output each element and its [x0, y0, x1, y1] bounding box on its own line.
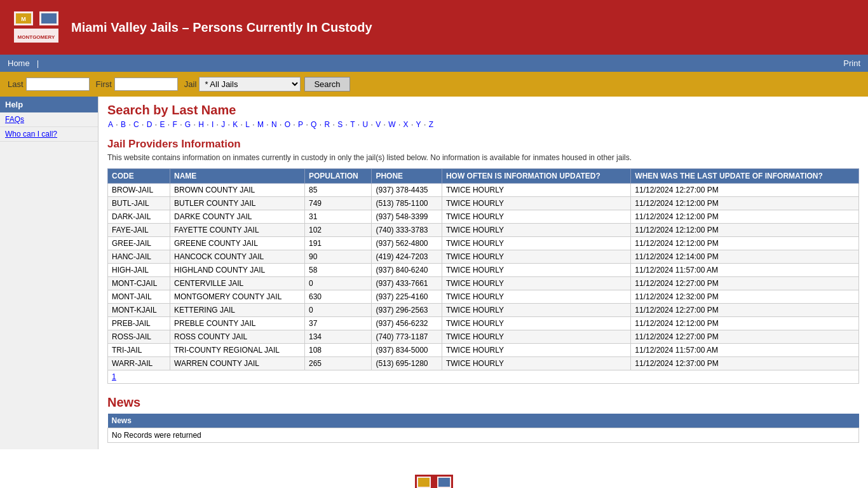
sidebar-links: FAQs Who can I call?: [0, 112, 98, 142]
alpha-link-R[interactable]: R: [324, 120, 330, 129]
alpha-link-K[interactable]: K: [233, 120, 238, 129]
alpha-link-J[interactable]: J: [221, 120, 225, 129]
alpha-links: A · B · C · D · E · F · G · H · I · J · …: [107, 120, 859, 129]
news-title: News: [107, 395, 859, 410]
search-bar: Last First Jail * All JailsBROW-JAILBUTL…: [0, 72, 868, 97]
alpha-link-P[interactable]: P: [298, 120, 303, 129]
first-name-input[interactable]: [114, 78, 178, 91]
col-header: WHEN WAS THE LAST UPDATE OF INFORMATION?: [631, 169, 859, 184]
alpha-link-W[interactable]: W: [388, 120, 395, 129]
alpha-link-Q[interactable]: Q: [311, 120, 316, 129]
jail-select[interactable]: * All JailsBROW-JAILBUTL-JAILDARK-JAILFA…: [199, 77, 301, 92]
page-title: Miami Valley Jails – Persons Currently I…: [71, 20, 372, 35]
col-header: POPULATION: [304, 169, 372, 184]
alpha-link-S[interactable]: S: [337, 120, 342, 129]
jail-label: Jail: [184, 79, 197, 89]
alpha-link-C[interactable]: C: [133, 120, 139, 129]
last-label: Last: [8, 79, 24, 89]
table-row: GREE-JAILGREENE COUNTY JAIL191(937) 562-…: [108, 237, 859, 250]
table-row: MONT-CJAILCENTERVILLE JAIL0(937) 433-766…: [108, 277, 859, 290]
sidebar-faqs-link[interactable]: FAQs: [0, 112, 98, 127]
alpha-link-A[interactable]: A: [108, 120, 113, 129]
svg-rect-6: [41, 13, 57, 24]
jail-providers-info: This website contains information on inm…: [107, 153, 859, 162]
search-section-title: Search by Last Name: [107, 103, 859, 118]
alpha-link-E[interactable]: E: [159, 120, 165, 129]
table-row: WARR-JAILWARREN COUNTY JAIL265(513) 695-…: [108, 357, 859, 370]
alpha-link-T[interactable]: T: [350, 120, 355, 129]
site-logo: MONTGOMERY M: [8, 5, 65, 50]
alpha-link-U[interactable]: U: [363, 120, 369, 129]
news-empty-message: No Records were returned: [108, 428, 859, 443]
alpha-link-F[interactable]: F: [172, 120, 177, 129]
sidebar-help-header: Help: [0, 97, 98, 112]
svg-rect-13: [418, 478, 430, 487]
alpha-link-G[interactable]: G: [185, 120, 191, 129]
alpha-link-N[interactable]: N: [271, 120, 277, 129]
alpha-link-M[interactable]: M: [257, 120, 264, 129]
jail-providers-table: CODENAMEPOPULATIONPHONEHOW OFTEN IS INFO…: [107, 168, 859, 384]
sidebar: Help FAQs Who can I call?: [0, 97, 98, 449]
alpha-link-X[interactable]: X: [403, 120, 409, 129]
footer: MONTGOMERY ©2001- 2024 Board of County C…: [0, 462, 868, 488]
table-row: TRI-JAILTRI-COUNTY REGIONAL JAIL108(937)…: [108, 344, 859, 357]
col-header: HOW OFTEN IS INFORMATION UPDATED?: [442, 169, 630, 184]
table-row: HANC-JAILHANCOCK COUNTY JAIL90(419) 424-…: [108, 250, 859, 264]
table-row: MONT-JAILMONTGOMERY COUNTY JAIL630(937) …: [108, 290, 859, 304]
alpha-link-Z[interactable]: Z: [429, 120, 433, 129]
table-row: MONT-KJAILKETTERING JAIL0(937) 296-2563T…: [108, 304, 859, 317]
col-header: NAME: [170, 169, 305, 184]
last-name-input[interactable]: [26, 78, 90, 91]
main-content: Search by Last Name A · B · C · D · E · …: [98, 97, 868, 449]
nav-home[interactable]: Home: [8, 58, 30, 68]
table-row: FAYE-JAILFAYETTE COUNTY JAIL102(740) 333…: [108, 224, 859, 237]
alpha-link-I[interactable]: I: [212, 120, 214, 129]
table-row: HIGH-JAILHIGHLAND COUNTY JAIL58(937) 840…: [108, 264, 859, 277]
table-row: PREB-JAILPREBLE COUNTY JAIL37(937) 456-6…: [108, 317, 859, 330]
alpha-link-L[interactable]: L: [245, 120, 250, 129]
table-page-link[interactable]: 1: [108, 370, 859, 384]
col-header: PHONE: [372, 169, 442, 184]
news-table-header: News: [108, 414, 859, 428]
first-label: First: [96, 79, 112, 89]
nav-bar: Home | Print: [0, 55, 868, 72]
table-row: ROSS-JAILROSS COUNTY JAIL134(740) 773-11…: [108, 330, 859, 344]
sidebar-who-link[interactable]: Who can I call?: [0, 127, 98, 142]
alpha-link-Y[interactable]: Y: [416, 120, 421, 129]
print-link[interactable]: Print: [843, 58, 860, 68]
col-header: CODE: [108, 169, 170, 184]
table-row: BROW-JAILBROWN COUNTY JAIL85(937) 378-44…: [108, 184, 859, 197]
alpha-link-H[interactable]: H: [198, 120, 204, 129]
table-row: BUTL-JAILBUTLER COUNTY JAIL749(513) 785-…: [108, 197, 859, 210]
table-row: DARK-JAILDARKE COUNTY JAIL31(937) 548-33…: [108, 210, 859, 224]
alpha-link-O[interactable]: O: [285, 120, 290, 129]
svg-text:M: M: [21, 16, 26, 22]
alpha-link-B[interactable]: B: [121, 120, 126, 129]
alpha-link-V[interactable]: V: [376, 120, 381, 129]
svg-text:MONTGOMERY: MONTGOMERY: [18, 34, 55, 40]
svg-rect-14: [438, 478, 450, 487]
alpha-link-D[interactable]: D: [147, 120, 153, 129]
search-button[interactable]: Search: [304, 77, 349, 92]
jail-providers-title: Jail Providers Information: [107, 138, 859, 151]
news-table: News No Records were returned: [107, 414, 859, 443]
